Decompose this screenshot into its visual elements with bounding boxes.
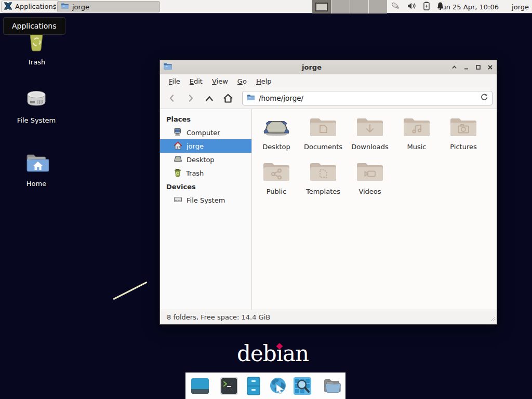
file-item-label: Public (267, 188, 286, 195)
file-cabinet-icon[interactable] (244, 376, 263, 396)
desktop-workspace-icon (262, 116, 290, 140)
window-title: jorge (172, 63, 451, 71)
workspace-4[interactable] (368, 0, 387, 14)
sidebar-item-trash[interactable]: Trash (160, 166, 251, 180)
toolbar: /home/jorge/ (160, 88, 497, 109)
sidebar-item-computer[interactable]: Computer (160, 126, 251, 139)
taskbar-window-label: jorge (72, 3, 89, 11)
back-button[interactable] (164, 91, 180, 105)
folder-icon (247, 94, 255, 102)
location-bar[interactable]: /home/jorge/ (242, 91, 493, 105)
file-item-label: Downloads (351, 143, 388, 151)
workspace-1[interactable] (312, 0, 331, 14)
file-item-templates[interactable]: Templates (306, 161, 340, 195)
desktop-icon-filesystem[interactable]: File System (8, 87, 65, 124)
file-manager-window: jorge File Edit View Go Help (159, 60, 497, 325)
taskbar-window-button[interactable]: jorge (57, 1, 160, 12)
window-titlebar[interactable]: jorge (160, 60, 497, 74)
file-item-label: Templates (306, 188, 340, 195)
sidebar-item-file-system[interactable]: File System (160, 193, 251, 207)
debian-logo-text: i (276, 341, 283, 366)
show-desktop-icon[interactable] (190, 376, 210, 396)
debian-red-diamond (276, 343, 283, 350)
debian-logo-text: an (283, 341, 309, 366)
downloads-folder-icon (356, 116, 384, 140)
trash-icon (174, 168, 182, 178)
file-item-music[interactable]: Music (403, 116, 431, 151)
home-button[interactable] (220, 91, 236, 105)
close-button[interactable] (487, 64, 494, 71)
menu-help[interactable]: Help (251, 75, 276, 87)
statusbar: 8 folders, Free space: 14.4 GiB (160, 310, 497, 324)
menu-view[interactable]: View (207, 75, 233, 87)
file-item-label: Documents (304, 143, 342, 151)
home-icon (174, 141, 182, 151)
public-folder-icon (262, 161, 290, 185)
volume-icon[interactable] (407, 2, 417, 12)
file-item-downloads[interactable]: Downloads (351, 116, 388, 151)
file-item-label: Desktop (262, 143, 290, 151)
panel-clock[interactable]: Sun 25 Apr, 10:06 (437, 0, 499, 14)
file-view[interactable]: Desktop Documents (252, 109, 497, 310)
debian-logo: debian (237, 343, 309, 365)
desktop-icon-label: Home (26, 180, 46, 188)
menubar: File Edit View Go Help (160, 74, 497, 88)
sidebar-item-jorge[interactable]: jorge (160, 139, 251, 153)
maximize-button[interactable] (475, 64, 482, 71)
sidebar-places-header: Places (160, 112, 251, 126)
file-item-label: Videos (358, 188, 381, 195)
desktop-icon-label: File System (17, 116, 56, 124)
music-folder-icon (403, 116, 431, 140)
home-folder-icon (24, 152, 49, 177)
desktop-icon-label: Trash (28, 58, 45, 66)
videos-folder-icon (356, 161, 384, 185)
panel-handle[interactable] (54, 3, 56, 13)
file-item-documents[interactable]: Documents (304, 116, 342, 151)
computer-icon (174, 128, 182, 138)
terminal-icon[interactable] (219, 376, 239, 396)
shade-button[interactable] (451, 64, 458, 71)
file-manager-icon[interactable] (322, 376, 341, 396)
applications-tooltip: Applications (3, 17, 65, 35)
reload-icon[interactable] (480, 94, 488, 103)
system-tray (391, 0, 444, 14)
web-browser-icon[interactable] (268, 376, 288, 396)
menu-edit[interactable]: Edit (185, 75, 207, 87)
file-item-label: Pictures (450, 143, 476, 151)
resize-grip[interactable] (490, 315, 496, 323)
up-button[interactable] (202, 91, 217, 105)
workspace-2[interactable] (331, 0, 350, 14)
sidebar: Places Computer (160, 109, 252, 310)
file-item-public[interactable]: Public (262, 161, 290, 195)
workspace-3[interactable] (350, 0, 368, 14)
window-folder-icon (163, 62, 172, 72)
dock (185, 373, 345, 399)
file-item-desktop[interactable]: Desktop (262, 116, 290, 151)
documents-folder-icon (309, 116, 337, 140)
sidebar-item-label: File System (187, 196, 225, 204)
file-item-label: Music (407, 143, 427, 151)
workspace-window-preview (315, 3, 328, 11)
app-finder-icon[interactable] (292, 376, 312, 396)
templates-folder-icon (309, 161, 337, 185)
sidebar-devices-header: Devices (160, 180, 251, 193)
file-item-videos[interactable]: Videos (356, 161, 384, 195)
sidebar-item-desktop[interactable]: Desktop (160, 153, 251, 166)
menu-file[interactable]: File (164, 75, 185, 87)
applications-menu-label: Applications (15, 3, 56, 10)
location-path[interactable]: /home/jorge/ (259, 94, 476, 102)
applications-menu-button[interactable]: Applications (1, 1, 60, 12)
file-item-pictures[interactable]: Pictures (449, 116, 477, 151)
cursor-artifact-line (113, 282, 147, 300)
battery-icon[interactable] (423, 2, 430, 12)
forward-button[interactable] (183, 91, 198, 105)
workspace-pager[interactable] (312, 0, 387, 14)
panel-username[interactable]: jorge (512, 0, 529, 14)
minimize-button[interactable] (463, 64, 470, 71)
desktop-icon-home[interactable]: Home (8, 152, 65, 188)
screenshot-tool-icon[interactable] (391, 2, 401, 12)
drive-icon (174, 196, 182, 205)
menu-go[interactable]: Go (233, 75, 251, 87)
status-text: 8 folders, Free space: 14.4 GiB (167, 313, 270, 321)
sidebar-item-label: Trash (186, 169, 204, 177)
